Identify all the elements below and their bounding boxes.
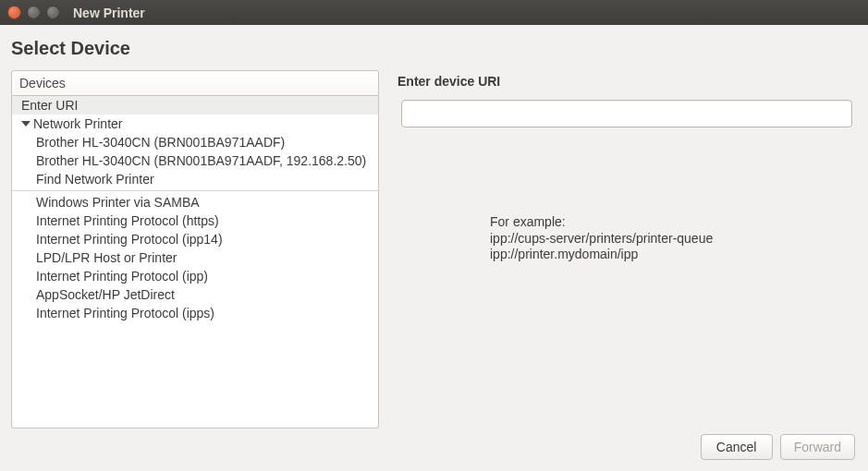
- device-uri-input[interactable]: [401, 100, 852, 127]
- example-line: ipp://cups-server/printers/printer-queue: [490, 231, 857, 248]
- example-line: ipp://printer.mydomain/ipp: [490, 247, 857, 263]
- devices-list[interactable]: Enter URI Network Printer Brother HL-304…: [11, 96, 379, 429]
- close-icon[interactable]: [7, 6, 21, 19]
- chevron-down-icon: [21, 121, 31, 127]
- cancel-button[interactable]: Cancel: [701, 434, 773, 460]
- devices-panel: Devices Enter URI Network Printer Brothe…: [11, 70, 379, 429]
- minimize-icon[interactable]: [27, 6, 41, 19]
- device-protocol-item[interactable]: Windows Printer via SAMBA: [12, 193, 378, 211]
- device-item-label: Network Printer: [33, 116, 122, 131]
- window-title: New Printer: [73, 6, 145, 20]
- device-protocol-item[interactable]: Internet Printing Protocol (https): [12, 211, 378, 230]
- example-label: For example:: [490, 214, 857, 231]
- device-item-network-printer[interactable]: Network Printer: [12, 115, 378, 133]
- device-uri-panel: Enter device URI For example: ipp://cups…: [397, 70, 857, 429]
- device-protocol-item[interactable]: LPD/LPR Host or Printer: [12, 248, 378, 267]
- device-protocol-item[interactable]: Internet Printing Protocol (ipp14): [12, 230, 378, 248]
- forward-button: Forward: [780, 434, 855, 460]
- device-protocol-item[interactable]: Internet Printing Protocol (ipp): [12, 267, 378, 285]
- device-protocol-item[interactable]: Internet Printing Protocol (ipps): [12, 304, 378, 322]
- device-item-enter-uri[interactable]: Enter URI: [12, 96, 378, 115]
- device-uri-heading: Enter device URI: [397, 74, 857, 89]
- titlebar: New Printer: [0, 0, 868, 25]
- dialog-footer: Cancel Forward: [701, 434, 855, 460]
- device-child-item[interactable]: Brother HL-3040CN (BRN001BA971AADF, 192.…: [12, 151, 378, 170]
- example-text: For example: ipp://cups-server/printers/…: [490, 214, 857, 263]
- devices-header: Devices: [11, 70, 379, 96]
- device-child-item[interactable]: Brother HL-3040CN (BRN001BA971AADF): [12, 133, 378, 151]
- device-protocol-item[interactable]: AppSocket/HP JetDirect: [12, 285, 378, 304]
- list-divider: [12, 190, 378, 191]
- content-area: Select Device Devices Enter URI Network …: [0, 25, 868, 440]
- page-title: Select Device: [11, 38, 857, 59]
- maximize-icon[interactable]: [46, 6, 60, 19]
- window-buttons: [7, 6, 60, 19]
- device-child-item[interactable]: Find Network Printer: [12, 170, 378, 188]
